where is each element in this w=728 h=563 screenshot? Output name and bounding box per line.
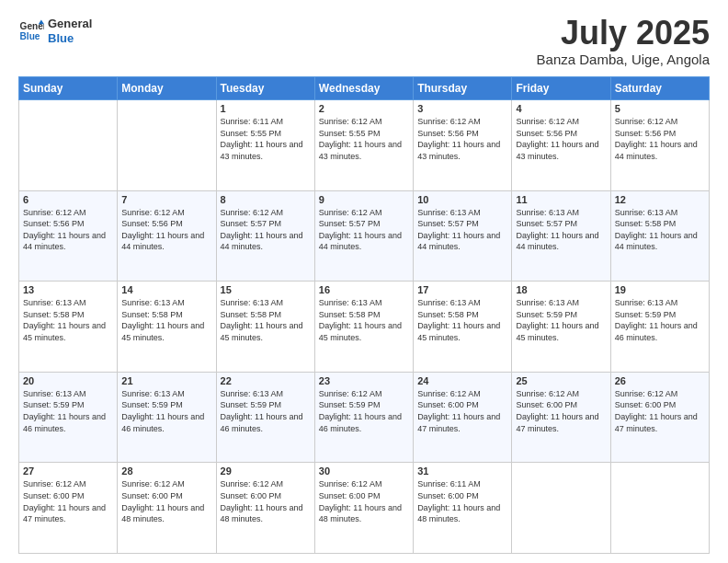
- page: General Blue General Blue July 2025 Banz…: [0, 0, 728, 563]
- day-number: 8: [221, 194, 311, 205]
- calendar-cell: 19Sunrise: 6:13 AMSunset: 5:59 PMDayligh…: [610, 282, 709, 373]
- calendar-cell: 3Sunrise: 6:12 AMSunset: 5:56 PMDaylight…: [414, 100, 512, 191]
- day-number: 14: [121, 284, 211, 295]
- day-number: 31: [417, 465, 507, 477]
- calendar-cell: 17Sunrise: 6:13 AMSunset: 5:58 PMDayligh…: [414, 282, 512, 373]
- day-info: Sunrise: 6:12 AMSunset: 5:55 PMDaylight:…: [319, 116, 409, 162]
- day-info: Sunrise: 6:12 AMSunset: 5:59 PMDaylight:…: [319, 388, 409, 434]
- day-number: 3: [417, 103, 507, 114]
- calendar-cell: 12Sunrise: 6:13 AMSunset: 5:58 PMDayligh…: [610, 190, 709, 282]
- calendar-cell: 27Sunrise: 6:12 AMSunset: 6:00 PMDayligh…: [19, 463, 118, 554]
- calendar-cell: 14Sunrise: 6:13 AMSunset: 5:58 PMDayligh…: [118, 282, 216, 373]
- day-info: Sunrise: 6:12 AMSunset: 5:57 PMDaylight:…: [319, 207, 409, 253]
- logo-icon: General Blue: [18, 18, 44, 44]
- calendar-cell: 30Sunrise: 6:12 AMSunset: 6:00 PMDayligh…: [314, 463, 413, 554]
- calendar-cell: 20Sunrise: 6:13 AMSunset: 5:59 PMDayligh…: [19, 372, 118, 463]
- calendar-cell: [512, 463, 610, 554]
- day-number: 13: [23, 284, 113, 295]
- day-info: Sunrise: 6:12 AMSunset: 6:00 PMDaylight:…: [23, 478, 113, 524]
- day-info: Sunrise: 6:13 AMSunset: 5:58 PMDaylight:…: [319, 297, 409, 343]
- day-number: 29: [221, 465, 311, 477]
- calendar-cell: 4Sunrise: 6:12 AMSunset: 5:56 PMDaylight…: [512, 100, 610, 191]
- day-number: 10: [417, 194, 507, 205]
- calendar-header-monday: Monday: [118, 77, 216, 100]
- day-info: Sunrise: 6:13 AMSunset: 5:59 PMDaylight:…: [23, 388, 113, 434]
- week-row-5: 27Sunrise: 6:12 AMSunset: 6:00 PMDayligh…: [19, 463, 710, 554]
- day-info: Sunrise: 6:13 AMSunset: 5:58 PMDaylight:…: [121, 297, 211, 343]
- day-number: 1: [221, 103, 311, 114]
- day-info: Sunrise: 6:12 AMSunset: 6:00 PMDaylight:…: [516, 388, 606, 434]
- day-number: 25: [516, 375, 606, 386]
- calendar-cell: [19, 100, 118, 191]
- day-info: Sunrise: 6:12 AMSunset: 6:00 PMDaylight:…: [319, 478, 409, 524]
- logo-blue: Blue: [48, 31, 92, 46]
- day-number: 26: [615, 375, 705, 386]
- day-number: 17: [417, 284, 507, 295]
- day-info: Sunrise: 6:13 AMSunset: 5:59 PMDaylight:…: [516, 297, 606, 343]
- day-info: Sunrise: 6:12 AMSunset: 5:56 PMDaylight:…: [121, 207, 211, 253]
- day-number: 4: [516, 103, 606, 114]
- logo: General Blue General Blue: [18, 17, 92, 45]
- day-number: 28: [121, 465, 211, 477]
- day-info: Sunrise: 6:13 AMSunset: 5:59 PMDaylight:…: [615, 297, 705, 343]
- calendar-cell: [610, 463, 709, 554]
- week-row-3: 13Sunrise: 6:13 AMSunset: 5:58 PMDayligh…: [19, 282, 710, 373]
- day-info: Sunrise: 6:12 AMSunset: 5:56 PMDaylight:…: [417, 116, 507, 162]
- calendar-cell: 5Sunrise: 6:12 AMSunset: 5:56 PMDaylight…: [610, 100, 709, 191]
- day-info: Sunrise: 6:12 AMSunset: 5:56 PMDaylight:…: [615, 116, 705, 162]
- day-info: Sunrise: 6:13 AMSunset: 5:59 PMDaylight:…: [221, 388, 311, 434]
- month-title: July 2025: [537, 17, 710, 50]
- week-row-4: 20Sunrise: 6:13 AMSunset: 5:59 PMDayligh…: [19, 372, 710, 463]
- calendar-cell: 25Sunrise: 6:12 AMSunset: 6:00 PMDayligh…: [512, 372, 610, 463]
- day-number: 11: [516, 194, 606, 205]
- day-info: Sunrise: 6:13 AMSunset: 5:58 PMDaylight:…: [221, 297, 311, 343]
- calendar-cell: 6Sunrise: 6:12 AMSunset: 5:56 PMDaylight…: [19, 190, 118, 282]
- calendar-cell: 16Sunrise: 6:13 AMSunset: 5:58 PMDayligh…: [314, 282, 413, 373]
- day-number: 7: [121, 194, 211, 205]
- calendar-cell: 15Sunrise: 6:13 AMSunset: 5:58 PMDayligh…: [216, 282, 314, 373]
- calendar-cell: 1Sunrise: 6:11 AMSunset: 5:55 PMDaylight…: [216, 100, 314, 191]
- calendar-header-saturday: Saturday: [610, 77, 709, 100]
- day-number: 21: [121, 375, 211, 386]
- day-number: 5: [615, 103, 705, 114]
- calendar-cell: 2Sunrise: 6:12 AMSunset: 5:55 PMDaylight…: [314, 100, 413, 191]
- location: Banza Damba, Uige, Angola: [537, 52, 710, 67]
- calendar-cell: 7Sunrise: 6:12 AMSunset: 5:56 PMDaylight…: [118, 190, 216, 282]
- day-info: Sunrise: 6:11 AMSunset: 6:00 PMDaylight:…: [417, 478, 507, 524]
- day-info: Sunrise: 6:12 AMSunset: 5:56 PMDaylight:…: [516, 116, 606, 162]
- week-row-2: 6Sunrise: 6:12 AMSunset: 5:56 PMDaylight…: [19, 190, 710, 282]
- calendar-cell: 22Sunrise: 6:13 AMSunset: 5:59 PMDayligh…: [216, 372, 314, 463]
- calendar-header-wednesday: Wednesday: [314, 77, 413, 100]
- day-number: 30: [319, 465, 409, 477]
- calendar-cell: 26Sunrise: 6:12 AMSunset: 6:00 PMDayligh…: [610, 372, 709, 463]
- day-number: 12: [615, 194, 705, 205]
- calendar-header-row: SundayMondayTuesdayWednesdayThursdayFrid…: [19, 77, 710, 100]
- day-info: Sunrise: 6:13 AMSunset: 5:57 PMDaylight:…: [417, 207, 507, 253]
- day-info: Sunrise: 6:13 AMSunset: 5:58 PMDaylight:…: [417, 297, 507, 343]
- calendar-header-friday: Friday: [512, 77, 610, 100]
- day-number: 22: [221, 375, 311, 386]
- day-info: Sunrise: 6:13 AMSunset: 5:59 PMDaylight:…: [121, 388, 211, 434]
- calendar-cell: 13Sunrise: 6:13 AMSunset: 5:58 PMDayligh…: [19, 282, 118, 373]
- day-number: 2: [319, 103, 409, 114]
- day-info: Sunrise: 6:12 AMSunset: 6:00 PMDaylight:…: [121, 478, 211, 524]
- calendar-cell: 18Sunrise: 6:13 AMSunset: 5:59 PMDayligh…: [512, 282, 610, 373]
- calendar-cell: 10Sunrise: 6:13 AMSunset: 5:57 PMDayligh…: [414, 190, 512, 282]
- day-number: 9: [319, 194, 409, 205]
- day-number: 20: [23, 375, 113, 386]
- day-info: Sunrise: 6:12 AMSunset: 5:57 PMDaylight:…: [221, 207, 311, 253]
- calendar-cell: 8Sunrise: 6:12 AMSunset: 5:57 PMDaylight…: [216, 190, 314, 282]
- day-number: 24: [417, 375, 507, 386]
- calendar-cell: [118, 100, 216, 191]
- week-row-1: 1Sunrise: 6:11 AMSunset: 5:55 PMDaylight…: [19, 100, 710, 191]
- header: General Blue General Blue July 2025 Banz…: [18, 17, 710, 67]
- calendar-cell: 9Sunrise: 6:12 AMSunset: 5:57 PMDaylight…: [314, 190, 413, 282]
- calendar-cell: 31Sunrise: 6:11 AMSunset: 6:00 PMDayligh…: [414, 463, 512, 554]
- day-info: Sunrise: 6:13 AMSunset: 5:58 PMDaylight:…: [615, 207, 705, 253]
- calendar-cell: 23Sunrise: 6:12 AMSunset: 5:59 PMDayligh…: [314, 372, 413, 463]
- calendar-cell: 29Sunrise: 6:12 AMSunset: 6:00 PMDayligh…: [216, 463, 314, 554]
- calendar-header-tuesday: Tuesday: [216, 77, 314, 100]
- day-info: Sunrise: 6:11 AMSunset: 5:55 PMDaylight:…: [221, 116, 311, 162]
- day-number: 16: [319, 284, 409, 295]
- day-number: 19: [615, 284, 705, 295]
